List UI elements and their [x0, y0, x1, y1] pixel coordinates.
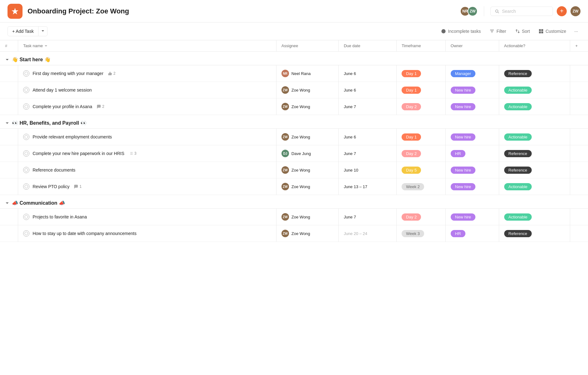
timeframe-chip: Week 2	[402, 183, 424, 190]
table-row: Complete your new hire paperwork in our …	[0, 145, 588, 162]
task-checkbox[interactable]	[23, 70, 29, 77]
owner-chip: New hire	[451, 87, 475, 94]
owner-chip: New hire	[451, 103, 475, 110]
task-checkbox[interactable]	[23, 214, 29, 220]
actionable-chip: Reference	[504, 70, 532, 77]
task-table: # Task name Assignee Due date Timeframe …	[0, 40, 588, 242]
customize-btn[interactable]: Customize	[535, 27, 569, 36]
task-checkbox[interactable]	[23, 87, 29, 93]
search-icon	[494, 9, 499, 14]
due-date-cell: June 13 – 17	[339, 178, 397, 195]
assignee-name: Neel Rana	[291, 71, 311, 76]
task-checkbox[interactable]	[23, 103, 29, 110]
due-date-cell: June 7	[339, 209, 397, 225]
task-checkbox[interactable]	[23, 167, 29, 173]
row-add	[570, 98, 588, 115]
incomplete-tasks-btn[interactable]: Incomplete tasks	[438, 27, 484, 36]
more-btn[interactable]: ···	[572, 27, 580, 36]
task-name: Attend day 1 welcome session	[33, 88, 92, 92]
timeframe-cell: Day 2	[397, 145, 446, 162]
actionable-cell: Reference	[499, 225, 570, 242]
owner-chip: HR	[451, 230, 465, 237]
header: Onboarding Project: Zoe Wong NR ZW Searc…	[0, 0, 588, 22]
col-add[interactable]: +	[570, 40, 588, 52]
task-name-cell: Complete your profile in Asana 2	[18, 98, 276, 115]
comment-badge: 2	[97, 104, 104, 109]
owner-chip: New hire	[451, 167, 475, 174]
actionable-chip: Actionable	[504, 87, 532, 94]
timeframe-chip: Day 2	[402, 213, 421, 221]
add-button[interactable]: +	[557, 6, 567, 16]
actionable-cell: Actionable	[499, 178, 570, 195]
actionable-cell: Actionable	[499, 129, 570, 145]
timeframe-chip: Day 2	[402, 150, 421, 157]
timeframe-cell: Day 1	[397, 82, 446, 98]
col-task-name: Task name	[18, 40, 276, 52]
task-name: Complete your profile in Asana	[33, 104, 92, 109]
due-date: June 6	[339, 67, 396, 80]
svg-point-7	[25, 105, 28, 108]
row-add	[570, 65, 588, 82]
row-add	[570, 82, 588, 98]
section-toggle-start-here[interactable]: 👋 Start here 👋	[5, 57, 583, 62]
assignee-avatar: ZW	[281, 103, 289, 110]
owner-chip: New hire	[451, 133, 475, 141]
task-checkbox[interactable]	[23, 134, 29, 140]
col-due-date: Due date	[339, 40, 397, 52]
section-row-start-here: 👋 Start here 👋	[0, 52, 588, 65]
due-date-cell: June 6	[339, 82, 397, 98]
add-task-chevron[interactable]	[38, 27, 47, 36]
search-box[interactable]: Search	[490, 7, 553, 16]
add-task-btn[interactable]: + Add Task	[8, 26, 48, 36]
incomplete-tasks-label: Incomplete tasks	[448, 29, 481, 34]
actionable-chip: Reference	[504, 167, 532, 174]
filter-btn[interactable]: Filter	[486, 27, 509, 36]
timeframe-cell: Week 2	[397, 178, 446, 195]
task-checkbox[interactable]	[23, 183, 29, 190]
timeframe-cell: Day 5	[397, 162, 446, 178]
task-name-cell: Review PTO policy 1	[18, 178, 276, 195]
col-number: #	[0, 40, 18, 52]
col-timeframe: Timeframe	[397, 40, 446, 52]
section-title-hr-benefits: 👀 HR, Benefits, and Payroll 👀	[12, 120, 87, 126]
owner-cell: New hire	[445, 178, 499, 195]
owner-cell: New hire	[445, 209, 499, 225]
timeframe-cell: Day 2	[397, 98, 446, 115]
task-checkbox[interactable]	[23, 230, 29, 237]
task-name: Projects to favorite in Asana	[33, 214, 87, 219]
assignee-name: Zoe Wong	[291, 104, 310, 109]
due-date: June 6	[339, 130, 396, 144]
assignee-cell: NR Neel Rana	[276, 65, 338, 82]
actionable-chip: Actionable	[504, 103, 532, 110]
sort-btn[interactable]: Sort	[512, 27, 533, 36]
task-table-container: # Task name Assignee Due date Timeframe …	[0, 40, 588, 242]
section-toggle-hr-benefits[interactable]: 👀 HR, Benefits, and Payroll 👀	[5, 120, 583, 126]
task-name: Complete your new hire paperwork in our …	[33, 151, 124, 156]
row-add	[570, 145, 588, 162]
col-owner: Owner	[445, 40, 499, 52]
timeframe-chip: Day 2	[402, 103, 421, 110]
section-toggle-communication[interactable]: 📣 Communication 📣	[5, 200, 583, 206]
row-add	[570, 162, 588, 178]
task-checkbox[interactable]	[23, 150, 29, 157]
thumbsup-badge: 2	[108, 71, 116, 76]
add-task-main[interactable]: + Add Task	[8, 27, 38, 36]
app-icon	[8, 4, 23, 19]
svg-point-11	[25, 185, 28, 188]
svg-point-8	[25, 135, 28, 138]
owner-cell: New hire	[445, 98, 499, 115]
user-avatar: ZW	[570, 6, 580, 16]
svg-rect-4	[542, 32, 543, 33]
actionable-cell: Actionable	[499, 98, 570, 115]
assignee-name: Zoe Wong	[291, 215, 310, 219]
assignee-cell: ZW Zoe Wong	[276, 178, 338, 195]
assignee-cell: ZW Zoe Wong	[276, 209, 338, 225]
due-date-cell: June 6	[339, 65, 397, 82]
project-title: Onboarding Project: Zoe Wong	[28, 7, 460, 15]
table-row: How to stay up to date with company anno…	[0, 225, 588, 242]
timeframe-cell: Day 1	[397, 65, 446, 82]
task-number	[0, 209, 18, 225]
timeframe-chip: Week 3	[402, 230, 424, 237]
row-add	[570, 225, 588, 242]
actionable-chip: Actionable	[504, 133, 532, 141]
